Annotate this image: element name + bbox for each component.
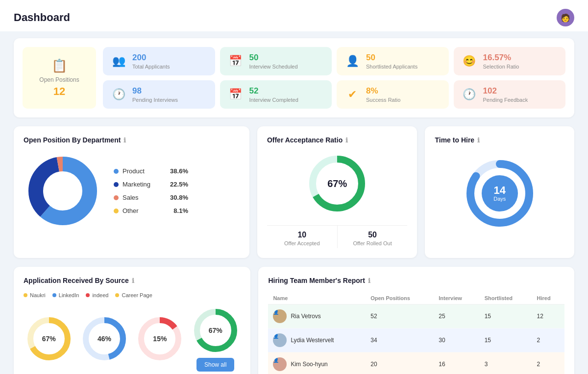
team-hired: 12 — [532, 304, 564, 328]
interview-completed-value: 52 — [249, 86, 298, 96]
table-row: 👤 Kim Soo-hyun 20 16 3 2 — [268, 352, 564, 374]
stat-interview-completed: 📅 52 Interview Completed — [220, 80, 332, 109]
col-interview: Interview — [434, 292, 479, 304]
stat-pending-feedback: 🕐 102 Pending Feedback — [454, 80, 566, 109]
open-positions-card: 📋 Open Positions 12 — [23, 47, 96, 109]
team-interview: 16 — [434, 352, 479, 374]
header: Dashboard 🧑 — [0, 0, 588, 31]
source-career-pct: 67% — [209, 327, 222, 334]
avatar[interactable]: 🧑 — [557, 9, 574, 26]
team-name-cell: 👤 Ria Vetrovs — [268, 304, 366, 328]
offer-rolled-value: 50 — [341, 231, 405, 239]
team-report-title: Hiring Team Member's Report ℹ — [268, 277, 564, 284]
stats-wrapper: 📋 Open Positions 12 👥 200 Total Applican… — [14, 38, 574, 117]
pending-feedback-value: 102 — [483, 86, 528, 96]
dept-info-icon: ℹ — [123, 137, 126, 144]
team-report-card: Hiring Team Member's Report ℹ Name Open … — [258, 267, 574, 374]
open-positions-icon: 📋 — [51, 58, 67, 73]
team-open-positions: 20 — [366, 352, 434, 374]
total-applicants-value: 200 — [132, 53, 170, 63]
pending-interviews-label: Pending Interviews — [132, 97, 178, 103]
legend-dot-other — [114, 209, 119, 213]
legend-marketing: Marketing 22.5% — [114, 181, 188, 188]
team-name-cell: 👤 Lydia Westervelt — [268, 328, 366, 352]
team-member-name: Lydia Westervelt — [291, 337, 334, 344]
stats-grid: 👥 200 Total Applicants 📅 50 Interview Sc… — [103, 47, 565, 109]
legend-sales: Sales 30.8% — [114, 194, 188, 201]
source-donut-linkedin: 46% — [80, 314, 129, 363]
source-dot-linkedin — [52, 293, 56, 297]
team-hired: 2 — [532, 352, 564, 374]
team-table: Name Open Positions Interview Shortliste… — [268, 292, 564, 374]
offer-accepted-label: Offer Accepted — [270, 240, 334, 246]
source-donuts: 67% 46% — [24, 306, 241, 372]
offer-donut: 67% — [305, 152, 369, 215]
team-shortlisted: 3 — [480, 352, 532, 374]
source-legend-career: Career Page — [115, 292, 152, 298]
show-all-button[interactable]: Show all — [196, 358, 234, 372]
open-positions-value: 12 — [53, 85, 65, 98]
charts-row: Open Position By Department ℹ — [14, 126, 574, 258]
col-hired: Hired — [532, 292, 564, 304]
offer-pct-center: 67% — [327, 178, 347, 189]
user-icon: 👤 — [344, 55, 360, 68]
team-avatar: 👤 — [273, 333, 287, 347]
offer-chart-card: Offer Acceptance Ratio ℹ 67% 10 Offer Ac… — [257, 126, 417, 258]
dept-donut — [24, 152, 102, 230]
col-name: Name — [268, 292, 366, 304]
calendar-icon: 📅 — [228, 55, 244, 68]
stat-interview-scheduled: 📅 50 Interview Scheduled — [220, 47, 332, 75]
calendar2-icon: 📅 — [228, 88, 244, 101]
offer-chart-title: Offer Acceptance Ratio ℹ — [267, 136, 408, 144]
source-donut-naukri: 67% — [24, 314, 74, 363]
source-legend-linkedin: LinkedIn — [52, 292, 79, 298]
offer-content: 67% 10 Offer Accepted 50 Offer Rolled Ou… — [267, 152, 408, 248]
open-positions-label: Open Positions — [39, 76, 79, 83]
team-shortlisted: 15 — [480, 328, 532, 352]
time-hire-card: Time to Hire ℹ 14 Days — [425, 126, 574, 258]
source-donut-career: 67% Show all — [191, 306, 240, 372]
team-interview: 25 — [434, 304, 479, 328]
team-name-cell: 👤 Kim Soo-hyun — [268, 352, 366, 374]
time-content: 14 Days — [435, 152, 564, 235]
source-legend-indeed: indeed — [86, 292, 108, 298]
offer-accepted-stat: 10 Offer Accepted — [267, 226, 338, 248]
table-row: 👤 Lydia Westervelt 34 30 15 2 — [268, 328, 564, 352]
interview-completed-label: Interview Completed — [249, 97, 298, 103]
table-row: 👤 Ria Vetrovs 52 25 15 12 — [268, 304, 564, 328]
legend-other: Other 8.1% — [114, 207, 188, 214]
time-info-icon: ℹ — [477, 137, 480, 144]
legend-dot-sales — [114, 195, 119, 200]
legend-dot-marketing — [114, 182, 119, 187]
time-days-label: Days — [493, 196, 506, 202]
source-dot-indeed — [86, 293, 90, 297]
dept-legend: Product 38.6% Marketing 22.5% — [114, 167, 188, 214]
time-days-num: 14 — [493, 185, 505, 196]
col-shortlisted: Shortlisted — [480, 292, 532, 304]
source-linkedin-pct: 46% — [98, 335, 111, 343]
team-avatar: 👤 — [273, 309, 287, 323]
offer-accepted-value: 10 — [270, 231, 334, 239]
legend-product: Product 38.6% — [114, 167, 188, 175]
success-ratio-value: 8% — [366, 86, 400, 96]
clock-icon: 🕐 — [111, 88, 126, 101]
dept-content: Product 38.6% Marketing 22.5% — [24, 152, 240, 230]
col-open: Open Positions — [366, 292, 434, 304]
offer-rolled-label: Offer Rolled Out — [341, 240, 405, 246]
interview-scheduled-label: Interview Scheduled — [249, 64, 298, 70]
source-donut-indeed: 15% — [135, 314, 184, 363]
success-ratio-label: Success Ratio — [366, 97, 400, 103]
time-hire-title: Time to Hire ℹ — [435, 136, 564, 144]
source-naukri-pct: 67% — [42, 335, 56, 343]
source-legend: Naukri LinkedIn indeed Career Page — [24, 292, 241, 298]
team-info-icon: ℹ — [368, 277, 370, 284]
source-dot-naukri — [24, 293, 27, 297]
legend-dot-product — [114, 169, 119, 174]
stat-shortlisted: 👤 50 Shortlisted Applicants — [337, 47, 449, 75]
offer-stats: 10 Offer Accepted 50 Offer Rolled Out — [267, 225, 408, 248]
team-open-positions: 52 — [366, 304, 434, 328]
pending-feedback-label: Pending Feedback — [483, 97, 528, 103]
team-member-name: Ria Vetrovs — [291, 313, 320, 320]
shortlisted-value: 50 — [366, 53, 417, 63]
selection-ratio-value: 16.57% — [483, 53, 519, 63]
